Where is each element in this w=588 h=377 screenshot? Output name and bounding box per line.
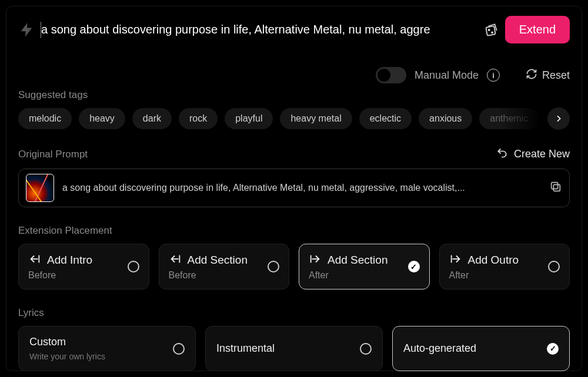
lyrics-option-auto-generated[interactable]: Auto-generated [392, 326, 570, 371]
lyrics-option-instrumental[interactable]: Instrumental [205, 326, 383, 371]
radio-indicator [548, 261, 560, 272]
copy-icon[interactable] [549, 180, 562, 196]
placement-title: Add Section [328, 254, 387, 267]
radio-indicator [268, 261, 279, 272]
tag-playful[interactable]: playful [225, 108, 273, 129]
tag-eclectic[interactable]: eclectic [359, 108, 412, 129]
reset-button[interactable]: Reset [526, 68, 570, 82]
prompt-input[interactable] [41, 22, 478, 38]
tag-anxious[interactable]: anxious [419, 108, 472, 129]
tag-melodic[interactable]: melodic [18, 108, 72, 129]
placement-add-outro-after[interactable]: Add OutroAfter [439, 244, 570, 290]
create-new-label: Create New [514, 148, 570, 160]
info-icon[interactable]: i [487, 69, 500, 82]
manual-mode-toggle[interactable] [376, 67, 406, 83]
tag-heavy[interactable]: heavy [79, 108, 125, 129]
radio-indicator [408, 261, 420, 272]
bolt-icon [18, 22, 35, 38]
original-prompt-text: a song about discovering purpose in life… [62, 183, 541, 193]
original-prompt-heading: Original Prompt [18, 149, 88, 160]
arrow-right-icon [309, 253, 322, 268]
create-new-button[interactable]: Create New [496, 147, 570, 161]
extension-placement-heading: Extension Placement [18, 225, 570, 237]
placement-title: Add Outro [468, 254, 519, 267]
svg-rect-4 [552, 183, 558, 189]
radio-indicator [173, 343, 185, 355]
placement-sub: Before [28, 270, 92, 281]
tag-anthemic[interactable]: anthemic [479, 108, 539, 129]
manual-mode-label: Manual Mode [415, 69, 479, 82]
placement-sub: Before [169, 270, 248, 281]
placement-sub: After [449, 270, 519, 281]
tags-scroll-right[interactable] [547, 107, 570, 130]
arrow-right-icon [449, 253, 462, 268]
reset-label: Reset [542, 69, 570, 82]
svg-rect-0 [486, 26, 495, 35]
placement-add-section-before[interactable]: Add SectionBefore [159, 244, 290, 290]
extend-button[interactable]: Extend [505, 16, 570, 43]
dice-icon[interactable] [484, 22, 499, 38]
placement-title: Add Intro [47, 254, 92, 267]
undo-icon [496, 147, 508, 161]
svg-point-2 [492, 32, 493, 33]
radio-indicator [360, 343, 372, 355]
lyrics-title: Instrumental [216, 342, 275, 355]
svg-rect-3 [553, 184, 560, 191]
tag-rock[interactable]: rock [179, 108, 218, 129]
lyrics-title: Auto-generated [403, 342, 476, 355]
arrow-left-icon [169, 253, 182, 268]
tag-heavy-metal[interactable]: heavy metal [280, 108, 352, 129]
placement-sub: After [309, 270, 387, 281]
placement-title: Add Section [188, 254, 248, 267]
song-thumbnail[interactable] [26, 174, 54, 202]
tag-dark[interactable]: dark [132, 108, 172, 129]
placement-add-intro-before[interactable]: Add IntroBefore [18, 244, 149, 290]
suggested-tags-heading: Suggested tags [18, 89, 570, 101]
radio-indicator [128, 261, 139, 272]
lyrics-sub: Write your own lyrics [29, 352, 105, 361]
arrow-left-icon [28, 253, 41, 268]
radio-indicator [547, 343, 559, 355]
svg-point-1 [488, 29, 489, 30]
lyrics-heading: Lyrics [18, 307, 570, 319]
refresh-icon [526, 68, 537, 82]
original-prompt-box: a song about discovering purpose in life… [18, 169, 570, 207]
placement-add-section-after[interactable]: Add SectionAfter [299, 244, 430, 290]
lyrics-title: Custom [29, 336, 105, 348]
lyrics-option-custom[interactable]: CustomWrite your own lyrics [18, 326, 196, 371]
